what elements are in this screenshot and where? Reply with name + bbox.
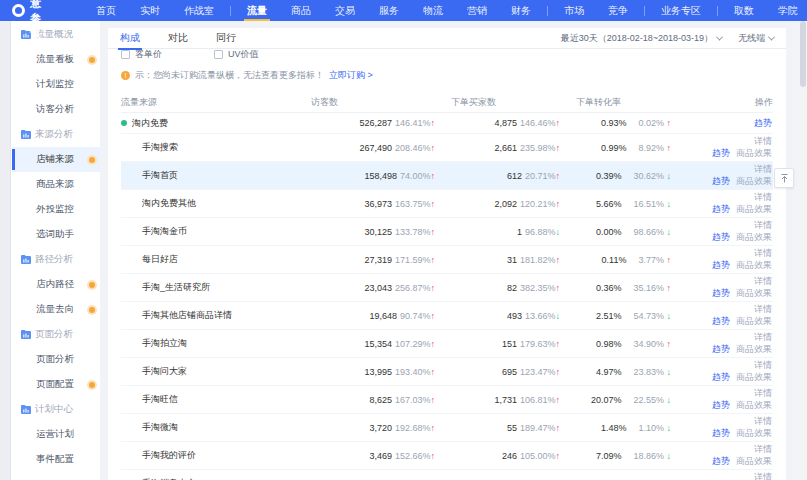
- sidebar-item-事件配置[interactable]: 事件配置: [12, 447, 100, 472]
- sidebar-item-商品来源[interactable]: 商品来源: [12, 172, 100, 197]
- trend-link[interactable]: 趋势: [712, 372, 730, 382]
- nav-item-营销[interactable]: 营销: [455, 0, 499, 21]
- nav-item-首页[interactable]: 首页: [84, 0, 128, 21]
- sidebar-item-运营计划[interactable]: 运营计划: [12, 422, 100, 447]
- item-effect-link[interactable]: 商品效果: [736, 176, 772, 186]
- visitors: 526,287146.41%↑: [301, 118, 441, 128]
- item-effect-link[interactable]: 商品效果: [736, 372, 772, 382]
- nav-item-交易[interactable]: 交易: [323, 0, 367, 21]
- detail-link[interactable]: 详情: [754, 220, 772, 230]
- item-effect-link[interactable]: 商品效果: [736, 344, 772, 354]
- detail-link[interactable]: 详情: [754, 304, 772, 314]
- sidebar-collapse-strip[interactable]: [0, 21, 11, 480]
- visitors: 3,720192.68%↑: [301, 423, 441, 433]
- item-effect-link[interactable]: 商品效果: [736, 232, 772, 242]
- up-arrow-icon: ↑: [431, 367, 436, 377]
- visitors: 3,469152.66%↑: [301, 451, 441, 461]
- item-effect-link[interactable]: 商品效果: [736, 148, 772, 158]
- nav-item-财务[interactable]: 财务: [499, 0, 543, 21]
- detail-link[interactable]: 详情: [754, 416, 772, 426]
- checkbox-icon[interactable]: [214, 50, 223, 59]
- date-range-select[interactable]: 最近30天（2018-02-18~2018-03-19）: [561, 32, 722, 45]
- nav-item-市场[interactable]: 市场: [552, 0, 596, 21]
- up-arrow-icon: ↑: [556, 171, 561, 181]
- detail-link[interactable]: 详情: [754, 248, 772, 258]
- item-effect-link[interactable]: 商品效果: [736, 260, 772, 270]
- detail-link[interactable]: 详情: [754, 472, 772, 480]
- sidebar-item-流量看板[interactable]: 流量看板: [12, 47, 100, 72]
- sidebar-item-店内路径[interactable]: 店内路径: [12, 272, 100, 297]
- nav-item-服务[interactable]: 服务: [367, 0, 411, 21]
- detail-link[interactable]: 详情: [754, 360, 772, 370]
- item-effect-link[interactable]: 商品效果: [736, 288, 772, 298]
- trend-link[interactable]: 趋势: [712, 232, 730, 242]
- nav-item-竞争[interactable]: 竞争: [596, 0, 640, 21]
- tab-对比[interactable]: 对比: [168, 28, 188, 49]
- table-row: 淘内免费其他36,973163.75%↑2,092120.21%↑5.66%16…: [121, 190, 773, 218]
- trend-link[interactable]: 趋势: [712, 400, 730, 410]
- nav-item-学院[interactable]: 学院: [766, 0, 807, 21]
- visitors-value: 3,720: [369, 423, 392, 433]
- detail-link[interactable]: 详情: [754, 192, 772, 202]
- sidebar-item-页面分析[interactable]: 页面分析: [12, 347, 100, 372]
- buyers-value: 1,731: [494, 395, 517, 405]
- trend-link[interactable]: 趋势: [754, 118, 772, 128]
- sidebar-item-选词助手[interactable]: 选词助手: [12, 222, 100, 247]
- back-to-top-button[interactable]: [774, 168, 794, 188]
- trend-link[interactable]: 趋势: [712, 344, 730, 354]
- detail-link[interactable]: 详情: [754, 388, 772, 398]
- trend-link[interactable]: 趋势: [712, 316, 730, 326]
- buyers: 61220.71%↑: [441, 171, 566, 181]
- tab-构成[interactable]: 构成: [120, 28, 140, 49]
- trend-link[interactable]: 趋势: [712, 204, 730, 214]
- sidebar-item-流量去向[interactable]: 流量去向: [12, 297, 100, 322]
- detail-link[interactable]: 详情: [754, 332, 772, 342]
- detail-link[interactable]: 详情: [754, 164, 772, 174]
- brand[interactable]: 生意参谋: [0, 0, 56, 41]
- nav-item-流量[interactable]: 流量: [235, 0, 279, 21]
- scrollbar-thumb[interactable]: [800, 21, 806, 87]
- item-effect-link[interactable]: 商品效果: [736, 456, 772, 466]
- scrollbar-track[interactable]: [799, 21, 807, 480]
- visitors-change: 193.40%: [395, 367, 431, 377]
- trend-link[interactable]: 趋势: [712, 260, 730, 270]
- terminal-select[interactable]: 无线端: [738, 32, 774, 45]
- detail-link[interactable]: 详情: [754, 136, 772, 146]
- item-effect-link[interactable]: 商品效果: [736, 204, 772, 214]
- tab-同行[interactable]: 同行: [216, 28, 236, 49]
- item-effect-link[interactable]: 商品效果: [736, 428, 772, 438]
- trend-link[interactable]: 趋势: [712, 148, 730, 158]
- sidebar-item-店铺来源[interactable]: 店铺来源: [12, 147, 100, 172]
- detail-link[interactable]: 详情: [754, 276, 772, 286]
- subscribe-link[interactable]: 立即订购 >: [329, 69, 373, 82]
- source-name: 手淘问大家: [142, 365, 187, 378]
- sidebar-item-访客分析[interactable]: 访客分析: [12, 97, 100, 122]
- trend-link[interactable]: 趋势: [712, 288, 730, 298]
- item-effect-link[interactable]: 商品效果: [736, 400, 772, 410]
- nav-item-取数[interactable]: 取数: [722, 0, 766, 21]
- metric-checkbox-客单价[interactable]: 客单价: [121, 49, 162, 61]
- ops-cell: 详情趋势商品效果: [701, 302, 773, 329]
- buyers: 49313.66%↓: [441, 311, 566, 321]
- sidebar-item-页面配置[interactable]: 页面配置: [12, 372, 100, 397]
- nav-item-商品[interactable]: 商品: [279, 0, 323, 21]
- sidebar-item-外投监控[interactable]: 外投监控: [12, 197, 100, 222]
- nav-item-作战室[interactable]: 作战室: [172, 0, 226, 21]
- rate-cell: 7.09%18.86% ↓: [566, 451, 701, 461]
- trend-link[interactable]: 趋势: [712, 428, 730, 438]
- nav-item-业务专区[interactable]: 业务专区: [649, 0, 713, 21]
- detail-link[interactable]: 详情: [754, 444, 772, 454]
- nav-divider: [644, 6, 645, 16]
- nav-item-物流[interactable]: 物流: [411, 0, 455, 21]
- checkbox-icon[interactable]: [121, 50, 130, 59]
- metric-checkbox-UV价值[interactable]: UV价值: [214, 49, 259, 61]
- trend-link[interactable]: 趋势: [712, 456, 730, 466]
- nav-item-实时[interactable]: 实时: [128, 0, 172, 21]
- buyers: 31181.82%↑: [441, 255, 566, 265]
- trend-link[interactable]: 趋势: [712, 176, 730, 186]
- source-name-cell: 手淘微淘: [121, 421, 301, 434]
- sidebar-item-计划监控[interactable]: 计划监控: [12, 72, 100, 97]
- up-arrow-icon: ↑: [431, 423, 436, 433]
- up-arrow-icon: ↑: [431, 451, 436, 461]
- item-effect-link[interactable]: 商品效果: [736, 316, 772, 326]
